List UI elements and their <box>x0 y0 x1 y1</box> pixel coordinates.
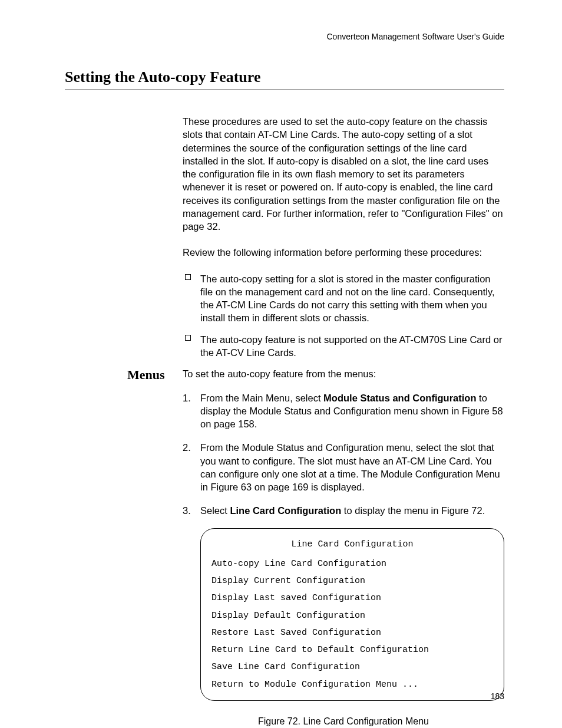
step-text: From the Module Status and Configuration… <box>200 442 500 492</box>
step-item: From the Main Menu, select Module Status… <box>183 391 504 431</box>
doc-header-title: Converteon Management Software User's Gu… <box>65 32 504 41</box>
step-text: to display the menu in Figure 72. <box>341 505 485 516</box>
menu-box-item: Display Default Configuration <box>211 607 493 624</box>
section-title: Setting the Auto-copy Feature <box>65 68 504 90</box>
bullet-item: The auto-copy setting for a slot is stor… <box>183 272 504 325</box>
menu-box-item: Return to Module Configuration Menu ... <box>211 676 493 693</box>
menu-box-item: Save Line Card Configuration <box>211 658 493 676</box>
page-number: 183 <box>491 691 504 701</box>
menu-box-item: Return Line Card to Default Configuratio… <box>211 641 493 658</box>
review-line: Review the following information before … <box>183 246 504 259</box>
figure-caption: Figure 72. Line Card Configuration Menu <box>183 716 504 727</box>
intro-paragraph: These procedures are used to set the aut… <box>183 115 504 233</box>
menu-box-item: Display Current Configuration <box>211 572 493 589</box>
step-text: From the Main Menu, select <box>200 393 323 403</box>
menu-box-title: Line Card Configuration <box>211 536 493 553</box>
step-bold: Line Card Configuration <box>230 505 341 516</box>
bullet-text: The auto-copy feature is not supported o… <box>200 334 502 358</box>
step-item: Select Line Card Configuration to displa… <box>183 504 504 517</box>
menu-box-item: Auto-copy Line Card Configuration <box>211 555 493 572</box>
step-text: Select <box>200 505 230 516</box>
step-bold: Module Status and Configuration <box>323 393 476 403</box>
bullet-marker-icon <box>185 335 191 341</box>
bullet-marker-icon <box>185 274 191 280</box>
menu-box-item: Display Last saved Configuration <box>211 589 493 607</box>
bullet-list: The auto-copy setting for a slot is stor… <box>183 272 504 360</box>
steps-list: From the Main Menu, select Module Status… <box>183 391 504 518</box>
bullet-item: The auto-copy feature is not supported o… <box>183 333 504 360</box>
step-item: From the Module Status and Configuration… <box>183 441 504 493</box>
menus-lead: To set the auto-copy feature from the me… <box>183 367 504 380</box>
menus-heading: Menus <box>127 367 165 383</box>
menu-box-item: Restore Last Saved Configuration <box>211 624 493 641</box>
bullet-text: The auto-copy setting for a slot is stor… <box>200 274 495 324</box>
menu-terminal-box: Line Card Configuration Auto-copy Line C… <box>200 528 504 701</box>
